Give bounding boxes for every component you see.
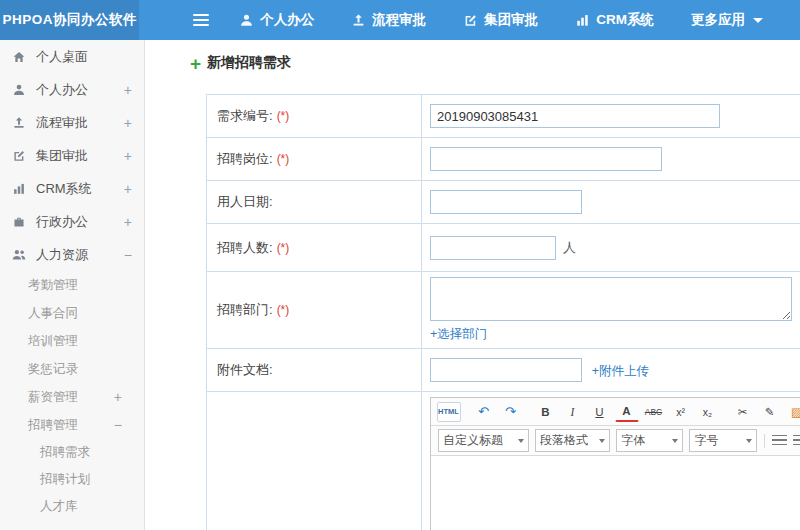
page-title-text: 新增招聘需求 [207,54,291,72]
heading-select[interactable]: 自定义标题 [438,429,529,452]
sidebar-subitem-recruitment[interactable]: 招聘管理 − [0,411,144,439]
field-label: 招聘人数: [217,240,273,255]
top-navigation: 个人办公 流程审批 集团审批 CRM系统 更多应用 [239,11,800,29]
paragraph-format-select[interactable]: 段落格式 [535,429,610,452]
required-mark: (*) [277,241,290,255]
sidebar-subitem-label: 招聘计划 [40,471,90,488]
position-input[interactable] [430,147,662,171]
caret-down-icon [599,439,605,443]
expand-plus-icon[interactable]: + [124,116,132,130]
sidebar: 个人桌面 个人办公 + 流程审批 + 集团审批 + CRM系统 + 行政办公 + [0,40,145,530]
bar-chart-icon [12,182,27,196]
sidebar-item-group-approval[interactable]: 集团审批 + [0,139,144,172]
select-department-link[interactable]: +选择部门 [430,327,487,341]
expand-plus-icon[interactable]: + [114,390,122,404]
sidebar-item-human-resources[interactable]: 人力资源 − [0,238,144,271]
app-logo: PHPOA协同办公软件 [0,0,139,40]
sidebar-subitem-label: 考勤管理 [28,277,78,294]
form-row-requirement: 岗位要求:(*) HTML ↶ ↷ B I U A [207,392,800,530]
html-source-button[interactable]: HTML [437,402,461,422]
sidebar-item-label: 行政办公 [36,213,88,231]
sidebar-item-personal-desktop[interactable]: 个人桌面 [0,40,144,73]
editor-content-area[interactable] [431,456,800,530]
sidebar-subitem-hr-contracts[interactable]: 人事合同 [0,299,144,327]
sidebar-item-admin-office[interactable]: 行政办公 + [0,205,144,238]
font-size-select[interactable]: 字号 [689,429,756,452]
font-family-select[interactable]: 字体 [616,429,683,452]
app-window: PHPOA协同办公软件 个人办公 流程审批 集团审批 [0,0,800,530]
sidebar-subitem-salary[interactable]: 薪资管理 + [0,383,144,411]
caret-down-icon [746,439,752,443]
editor-toolbar-row2: 自定义标题 段落格式 字体 字号 [431,426,800,456]
highlight-color-button[interactable]: ▨ [785,402,800,422]
underline-button[interactable]: U [588,402,612,422]
italic-button[interactable]: I [561,402,585,422]
expand-plus-icon[interactable]: + [124,83,132,97]
field-label: 需求编号: [217,108,273,123]
editor-toolbar-row1: HTML ↶ ↷ B I U A ABC x² x₂ [431,398,800,426]
required-mark: (*) [277,303,290,317]
hire-date-input[interactable] [430,190,582,214]
strikethrough-button[interactable]: ABC [642,402,666,422]
topnav-label: 集团审批 [484,11,538,29]
sidebar-subitem-label: 薪资管理 [28,389,78,406]
sidebar-item-crm-system[interactable]: CRM系统 + [0,172,144,205]
main-content: + 新增招聘需求 需求编号:(*) 招聘岗位:(*) [146,40,800,530]
req-no-input[interactable] [430,104,720,128]
sidebar-item-label: 流程审批 [36,114,88,132]
person-icon [239,13,254,28]
people-icon [12,248,27,262]
align-left-button[interactable] [772,435,787,446]
required-mark: (*) [277,152,290,166]
department-textarea[interactable] [430,277,792,321]
superscript-button[interactable]: x² [669,402,693,422]
sidebar-subitem-label: 招聘管理 [28,417,78,434]
redo-button[interactable]: ↷ [499,402,523,422]
bold-button[interactable]: B [534,402,558,422]
expand-plus-icon[interactable]: + [124,149,132,163]
format-brush-button[interactable]: ✎ [758,402,782,422]
undo-button[interactable]: ↶ [472,402,496,422]
menu-toggle-icon[interactable] [193,11,209,29]
form-row-req-no: 需求编号:(*) [207,95,800,138]
attachment-input[interactable] [430,358,582,382]
align-center-button[interactable] [793,435,800,446]
sidebar-subitem-talent-pool[interactable]: 人才库 [0,493,144,520]
form-row-attachment: 附件文档: +附件上传 [207,349,800,392]
form-row-hire-date: 用人日期: [207,181,800,224]
topnav-personal-office[interactable]: 个人办公 [239,11,314,29]
topnav-workflow-approval[interactable]: 流程审批 [351,11,426,29]
topnav-more-apps[interactable]: 更多应用 [691,11,763,29]
sidebar-subitem-recruit-demand[interactable]: 招聘需求 [0,439,144,466]
expand-plus-icon[interactable]: + [124,182,132,196]
sidebar-item-label: 人力资源 [36,246,88,264]
sidebar-subitem-label: 人才库 [40,498,78,515]
headcount-input[interactable] [430,236,556,260]
collapse-minus-icon[interactable]: − [124,248,132,262]
topnav-group-approval[interactable]: 集团审批 [463,11,538,29]
home-icon [12,50,27,64]
person-icon [12,83,27,97]
edit-square-icon [463,13,478,28]
sidebar-subitem-recruit-plan[interactable]: 招聘计划 [0,466,144,493]
bar-chart-icon [575,13,590,28]
topnav-crm-system[interactable]: CRM系统 [575,11,654,29]
sidebar-subitem-attendance[interactable]: 考勤管理 [0,271,144,299]
form-row-department: 招聘部门:(*) +选择部门 [207,272,800,349]
toolbar-separator [764,434,765,448]
expand-plus-icon[interactable]: + [124,215,132,229]
page-title: + 新增招聘需求 [190,48,800,78]
briefcase-icon [12,215,27,229]
collapse-minus-icon[interactable]: − [114,418,122,432]
subscript-button[interactable]: x₂ [696,402,720,422]
font-color-button[interactable]: A [615,401,639,422]
sidebar-item-workflow-approval[interactable]: 流程审批 + [0,106,144,139]
edit-square-icon [12,149,27,163]
sidebar-subitem-rewards[interactable]: 奖惩记录 [0,355,144,383]
sidebar-subitem-label: 人事合同 [28,305,78,322]
eraser-button[interactable]: ✂ [731,402,755,422]
sidebar-subitem-training[interactable]: 培训管理 [0,327,144,355]
field-label: 用人日期: [217,194,273,209]
upload-attachment-link[interactable]: +附件上传 [592,364,649,378]
sidebar-item-personal-office[interactable]: 个人办公 + [0,73,144,106]
